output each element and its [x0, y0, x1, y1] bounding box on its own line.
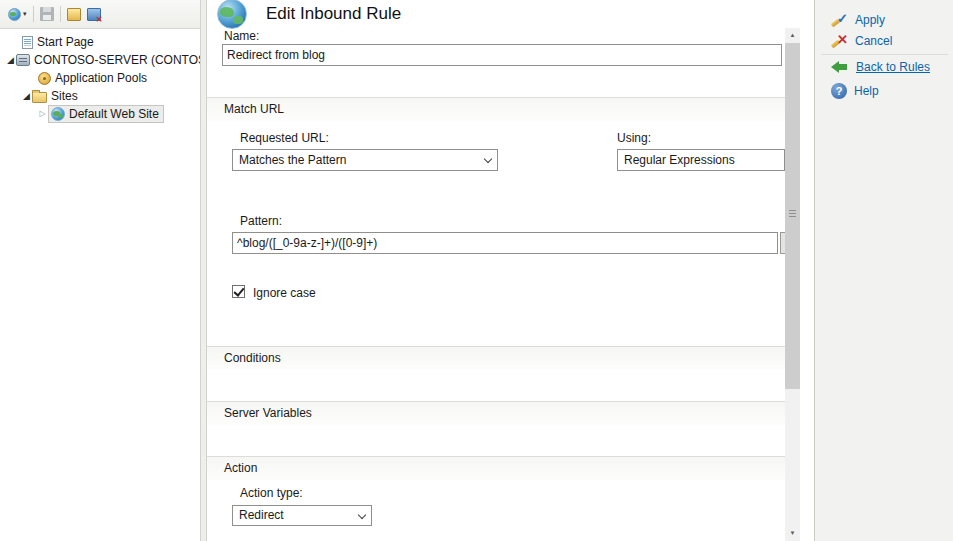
connections-toolbar: ▾	[0, 0, 200, 29]
help-label: Help	[854, 83, 879, 99]
new-connection-button[interactable]: ▾	[5, 3, 30, 25]
browse-button[interactable]	[64, 3, 84, 25]
actions-separator	[821, 54, 948, 55]
conditions-section-header[interactable]: Conditions	[207, 346, 785, 370]
using-selected-value: Regular Expressions	[624, 153, 735, 167]
ignore-case-label[interactable]: Ignore case	[253, 286, 316, 300]
match-url-section-title: Match URL	[224, 102, 284, 116]
page-title: Edit Inbound Rule	[266, 1, 401, 27]
tree-item-sites[interactable]: ◢ Sites	[0, 87, 200, 105]
scrollbar-grip-icon	[789, 213, 796, 214]
new-connection-icon	[8, 8, 21, 21]
apply-icon: ✓	[831, 12, 848, 28]
back-to-rules-label: Back to Rules	[856, 59, 930, 75]
disconnect-button[interactable]	[84, 3, 104, 25]
connections-panel: ▾ Start Page ◢ CONTOSO-SERVER (CONTO	[0, 0, 200, 541]
save-connections-button[interactable]	[37, 3, 57, 25]
expanded-arrow-icon[interactable]: ◢	[21, 87, 32, 105]
toolbar-separator	[60, 6, 61, 22]
start-page-icon	[22, 36, 33, 49]
pattern-label: Pattern:	[240, 214, 282, 228]
apply-label: Apply	[855, 12, 885, 28]
help-action[interactable]: ? Help	[831, 83, 879, 99]
cancel-label: Cancel	[855, 33, 892, 49]
requested-url-label: Requested URL:	[240, 131, 329, 145]
scroll-down-button[interactable]: ▼	[785, 526, 800, 541]
tree-item-server[interactable]: ◢ CONTOSO-SERVER (CONTOS	[0, 51, 200, 69]
vertical-scrollbar[interactable]: ▲ ▼	[785, 28, 800, 541]
server-variables-section-header[interactable]: Server Variables	[207, 401, 785, 425]
tree-item-label: Sites	[51, 89, 78, 103]
action-type-label: Action type:	[240, 486, 303, 500]
check-icon: ✓	[837, 11, 848, 26]
conditions-section-title: Conditions	[224, 351, 281, 365]
name-label: Name:	[224, 29, 259, 43]
tree-item-label: CONTOSO-SERVER (CONTOS	[34, 53, 200, 67]
cross-icon: ✕	[837, 32, 848, 47]
using-select[interactable]: Regular Expressions	[617, 149, 785, 171]
pattern-input[interactable]	[232, 232, 778, 254]
collapsed-arrow-icon[interactable]: ▷	[37, 105, 48, 123]
cancel-action[interactable]: ✕ Cancel	[831, 33, 892, 49]
panel-splitter[interactable]	[200, 0, 207, 541]
server-variables-section-title: Server Variables	[224, 406, 312, 420]
edit-inbound-rule-page: Edit Inbound Rule Name: Match URL Reques…	[207, 0, 785, 541]
dropdown-caret-icon: ▾	[23, 10, 27, 18]
action-type-select[interactable]: Redirect	[232, 505, 372, 526]
chevron-down-icon	[358, 511, 366, 519]
tree-item-label: Application Pools	[55, 71, 147, 85]
browse-icon	[67, 8, 81, 21]
match-url-section-header[interactable]: Match URL	[207, 97, 785, 121]
scroll-up-button[interactable]: ▲	[785, 28, 800, 43]
chevron-down-icon	[484, 155, 492, 163]
tree-item-label: Start Page	[37, 35, 94, 49]
action-section-title: Action	[224, 461, 257, 475]
disconnect-icon	[87, 8, 101, 21]
toolbar-separator	[33, 6, 34, 22]
requested-url-select[interactable]: Matches the Pattern	[232, 149, 498, 171]
tree-item-label: Default Web Site	[69, 107, 159, 121]
cancel-icon: ✕	[831, 33, 848, 49]
action-type-selected-value: Redirect	[239, 508, 284, 522]
back-to-rules-action[interactable]: Back to Rules	[831, 59, 930, 75]
using-label: Using:	[617, 131, 651, 145]
rule-name-input[interactable]	[222, 44, 782, 66]
action-section-header[interactable]: Action	[207, 456, 785, 480]
connections-tree: Start Page ◢ CONTOSO-SERVER (CONTOS Appl…	[0, 30, 200, 541]
ignore-case-checkbox[interactable]	[232, 285, 245, 298]
actions-panel: ✓ Apply ✕ Cancel Back to Rules ? Help	[814, 0, 953, 541]
requested-url-selected-value: Matches the Pattern	[239, 153, 346, 167]
selected-tree-item-highlight[interactable]: Default Web Site	[48, 105, 164, 123]
tree-item-application-pools[interactable]: Application Pools	[0, 69, 200, 87]
sites-folder-icon	[32, 92, 47, 103]
url-rewrite-globe-icon	[217, 0, 247, 29]
save-icon	[40, 7, 54, 21]
application-pools-icon	[38, 72, 51, 85]
apply-action[interactable]: ✓ Apply	[831, 12, 885, 28]
back-arrow-icon	[831, 60, 849, 74]
help-icon: ?	[831, 83, 847, 99]
server-icon	[16, 54, 30, 66]
tree-item-start-page[interactable]: Start Page	[0, 33, 200, 51]
expanded-arrow-icon[interactable]: ◢	[5, 51, 16, 69]
scrollbar-thumb[interactable]	[785, 43, 800, 389]
web-site-globe-icon	[51, 107, 65, 121]
tree-item-default-web-site[interactable]: ▷ Default Web Site	[0, 105, 200, 123]
